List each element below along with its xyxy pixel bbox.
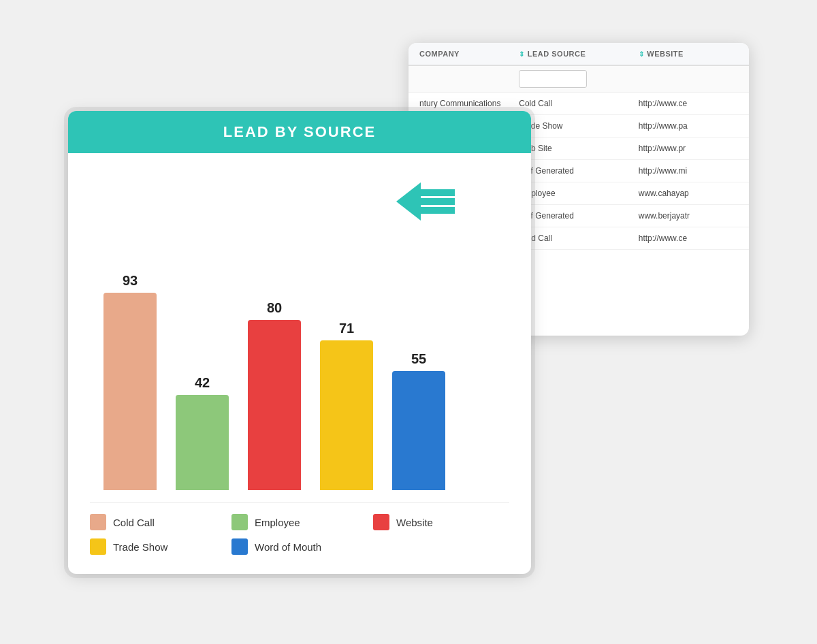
filter-row bbox=[408, 66, 749, 93]
legend-item-trade-show: Trade Show bbox=[90, 538, 226, 555]
cell-website: http://www.ce bbox=[639, 234, 738, 243]
column-company: COMPANY bbox=[419, 50, 519, 58]
sort-icon-website: ⇕ bbox=[639, 50, 645, 58]
cell-lead-source: Trade Show bbox=[519, 121, 639, 131]
cell-website: http://www.pa bbox=[639, 121, 738, 131]
cell-lead-source: Cold Call bbox=[519, 234, 639, 243]
legend-item-employee: Employee bbox=[231, 514, 368, 530]
bar-group-word-of-mouth: 55 bbox=[392, 351, 445, 490]
cell-website: www.cahayap bbox=[639, 189, 738, 198]
bar-value-trade-show: 71 bbox=[339, 321, 354, 336]
bar-website bbox=[248, 320, 301, 490]
legend-area: Cold Call Employee Website Trade Show Wo… bbox=[90, 502, 509, 555]
legend-label-website: Website bbox=[396, 517, 433, 528]
arrow-stripe-3 bbox=[421, 207, 455, 214]
bar-value-word-of-mouth: 55 bbox=[411, 351, 426, 367]
bar-cold-call bbox=[103, 293, 157, 490]
legend-label-cold-call: Cold Call bbox=[113, 517, 155, 528]
legend-item-cold-call: Cold Call bbox=[90, 514, 226, 530]
lead-source-filter-input[interactable] bbox=[519, 70, 587, 88]
bar-group-cold-call: 93 bbox=[103, 273, 157, 490]
cell-website: http://www.ce bbox=[639, 99, 738, 108]
bar-value-cold-call: 93 bbox=[123, 273, 138, 289]
legend-color-cold-call bbox=[90, 514, 106, 530]
bar-group-trade-show: 71 bbox=[320, 321, 373, 490]
bar-value-employee: 42 bbox=[195, 375, 210, 391]
legend-item-website: Website bbox=[373, 514, 509, 530]
arrow-stripe-1 bbox=[421, 189, 455, 196]
legend-color-website bbox=[373, 514, 389, 530]
cell-website: www.berjayatr bbox=[639, 211, 738, 221]
legend-label-word-of-mouth: Word of Mouth bbox=[255, 541, 321, 553]
chart-card: LEAD BY SOURCE 93 42 80 71 bbox=[68, 111, 531, 574]
cell-website: http://www.pr bbox=[639, 144, 738, 153]
cell-company: ntury Communications bbox=[419, 99, 519, 108]
legend-color-word-of-mouth bbox=[231, 538, 248, 555]
chart-body: 93 42 80 71 55 bbox=[68, 153, 531, 568]
chart-title: LEAD BY SOURCE bbox=[223, 123, 376, 140]
bar-value-website: 80 bbox=[267, 300, 282, 316]
scene: COMPANY ⇕ LEAD SOURCE ⇕ WEBSITE ntury Co… bbox=[68, 43, 749, 601]
cell-lead-source: Employee bbox=[519, 189, 639, 198]
arrow-stripe-2 bbox=[421, 198, 455, 205]
legend-item-word-of-mouth: Word of Mouth bbox=[231, 538, 368, 555]
column-lead-source: ⇕ LEAD SOURCE bbox=[519, 50, 639, 58]
bar-trade-show bbox=[320, 340, 373, 490]
legend-label-employee: Employee bbox=[255, 517, 300, 528]
arrow-body bbox=[421, 189, 455, 214]
cell-lead-source: Self Generated bbox=[519, 211, 639, 221]
sort-icon-lead-source: ⇕ bbox=[519, 50, 525, 58]
legend-color-employee bbox=[231, 514, 248, 530]
legend-color-trade-show bbox=[90, 538, 106, 555]
arrow bbox=[402, 182, 455, 221]
legend-label-trade-show: Trade Show bbox=[113, 541, 167, 553]
cell-lead-source: Cold Call bbox=[519, 99, 639, 108]
column-website: ⇕ WEBSITE bbox=[639, 50, 738, 58]
cell-lead-source: Self Generated bbox=[519, 166, 639, 176]
bar-group-employee: 42 bbox=[176, 375, 229, 490]
bar-word-of-mouth bbox=[392, 371, 445, 490]
cell-website: http://www.mi bbox=[639, 166, 738, 176]
chart-header: LEAD BY SOURCE bbox=[68, 111, 531, 153]
bar-group-website: 80 bbox=[248, 300, 301, 490]
bar-employee bbox=[176, 395, 229, 490]
table-header: COMPANY ⇕ LEAD SOURCE ⇕ WEBSITE bbox=[408, 43, 749, 66]
arrow-head bbox=[396, 182, 421, 221]
cell-lead-source: Web Site bbox=[519, 144, 639, 153]
